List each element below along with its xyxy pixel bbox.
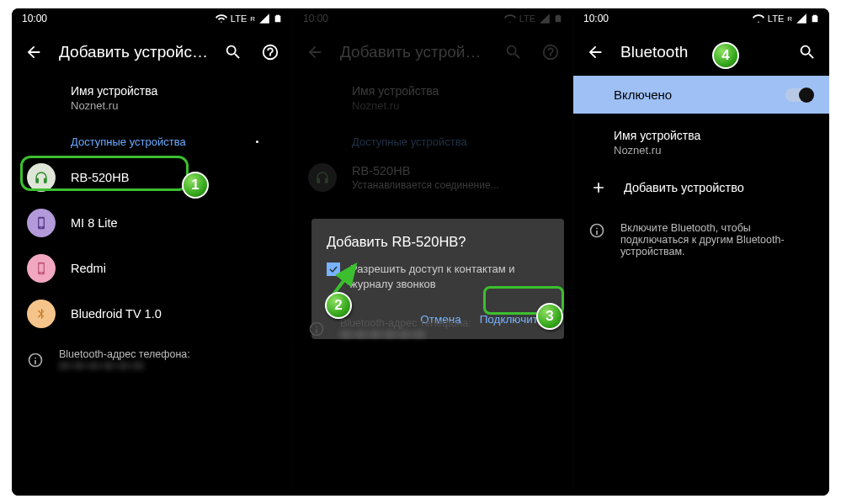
wifi-icon [216, 13, 227, 24]
signal-icon [796, 13, 807, 24]
phone-icon [27, 254, 56, 283]
step-badge-3: 3 [536, 303, 563, 330]
step-badge-1: 1 [182, 172, 209, 199]
dialog-title: Добавить RB-520HB? [327, 234, 549, 250]
device-name-label: Имя устройства [71, 84, 277, 98]
info-icon [588, 222, 605, 239]
back-button[interactable] [22, 40, 45, 64]
add-device-row[interactable]: Добавить устройство [573, 165, 829, 210]
status-bar: 10:00 LTE R [12, 8, 292, 29]
battery-icon [811, 13, 819, 24]
help-button[interactable] [258, 40, 282, 64]
device-row-mi8lite[interactable]: MI 8 Lite [12, 200, 292, 246]
bluetooth-help-row: Включите Bluetooth, чтобы подключаться к… [573, 210, 829, 269]
screen-title: Bluetooth [620, 43, 782, 61]
bt-address-row: Bluetooth-адрес телефона: 00:00:00:00:00… [12, 337, 292, 384]
screen-title: Добавить устройство [59, 43, 208, 61]
bluetooth-icon [27, 300, 56, 328]
status-right: LTE R [216, 13, 282, 24]
status-bar: 10:00 LTE R [573, 8, 829, 29]
device-row-rb520hb[interactable]: RB-520HB [12, 155, 292, 200]
panel-pair-dialog: 10:00 LTE Добавить устройство Имя устрой… [292, 8, 572, 496]
tutorial-stage: 10:00 LTE R Добавить устройство Имя устр… [12, 8, 829, 496]
device-name-section[interactable]: Имя устройства Noznet.ru [573, 114, 829, 165]
arrow-icon [323, 257, 365, 299]
search-button[interactable] [796, 40, 819, 64]
available-devices-header: Доступные устройства [12, 120, 292, 155]
toggle-switch[interactable] [785, 88, 812, 102]
battery-icon [274, 13, 282, 24]
toolbar: Добавить устройство [12, 29, 292, 76]
search-button[interactable] [221, 40, 245, 64]
panel-bluetooth: 10:00 LTE R Bluetooth Включено Имя устро… [572, 8, 829, 496]
panel-add-device: 10:00 LTE R Добавить устройство Имя устр… [12, 8, 292, 496]
signal-icon [258, 13, 270, 24]
device-name-section[interactable]: Имя устройства Noznet.ru [12, 76, 292, 120]
bluetooth-toggle-row[interactable]: Включено [573, 76, 829, 114]
status-time: 10:00 [22, 13, 47, 24]
step-badge-2: 2 [325, 292, 352, 319]
headphones-icon [27, 163, 56, 192]
step-badge-4: 4 [712, 42, 739, 69]
device-row-bluedroid[interactable]: Bluedroid TV 1.0 [12, 291, 292, 337]
info-icon [308, 321, 325, 337]
device-name-value: Noznet.ru [71, 99, 277, 112]
phone-icon [27, 209, 56, 237]
info-icon [27, 352, 44, 369]
plus-icon [588, 173, 609, 202]
wifi-icon [753, 13, 764, 24]
back-button[interactable] [583, 40, 607, 64]
bt-address-value: 00:00:00:00:00:00 [59, 360, 144, 372]
scan-spinner-icon [256, 141, 258, 143]
device-row-redmi[interactable]: Redmi [12, 246, 292, 291]
svg-line-0 [333, 265, 355, 294]
